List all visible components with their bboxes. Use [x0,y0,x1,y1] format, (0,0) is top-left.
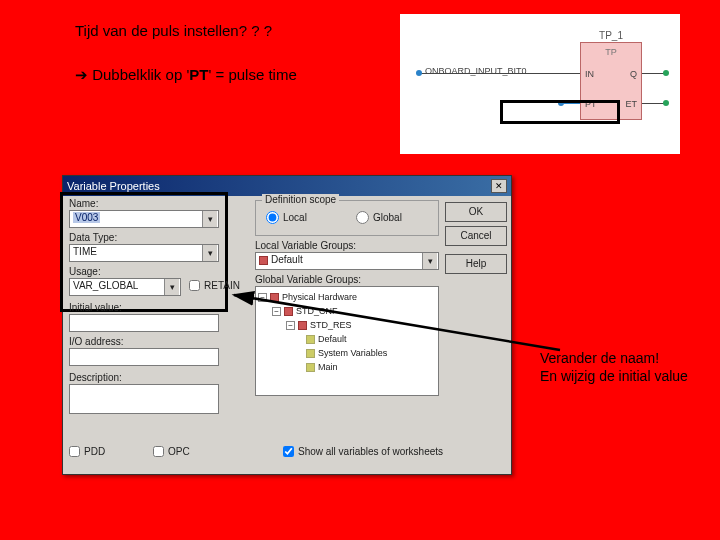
wire-q [642,73,664,74]
data-type-field[interactable]: TIME [69,244,219,262]
block-type: TP [605,47,617,57]
init-value-field[interactable] [69,314,219,332]
tree-node-cnf[interactable]: −STD_CNF [258,304,436,318]
usage-field[interactable]: VAR_GLOBAL [69,278,181,296]
form-area: Name: V003 Data Type: TIME Usage: VAR_GL… [63,196,511,474]
dot-et-right [663,100,669,106]
scope-global-label: Global [373,212,402,223]
show-all-checkbox-input[interactable] [283,446,294,457]
definition-scope-group: Definition scope Local Global [255,200,439,236]
label-local-var-groups: Local Variable Groups: [255,240,356,251]
note-change-initvalue: En wijzig de initial value [540,368,688,384]
local-var-groups-field[interactable]: Default [255,252,439,270]
label-description: Description: [69,372,122,383]
show-all-checkbox[interactable]: Show all variables of worksheets [283,446,443,457]
dialog-title: Variable Properties [67,180,160,192]
pdd-checkbox[interactable]: PDD [69,446,105,457]
dot-q-right [663,70,669,76]
bullet-bold: PT [189,66,208,83]
name-field[interactable]: V003 [69,210,219,228]
input-signal-label: ONBOARD_INPUT_BIT0 [425,66,527,76]
bullet-line: ➔ Dubbelklik op 'PT' = pulse time [75,66,297,84]
port-q: Q [630,69,637,79]
block-instance-name: TP_1 [599,30,623,41]
scope-global-input[interactable] [356,211,369,224]
show-all-label: Show all variables of worksheets [298,446,443,457]
opc-checkbox[interactable]: OPC [153,446,190,457]
bullet-post: ' = pulse time [208,66,296,83]
definition-scope-title: Definition scope [262,194,339,205]
label-global-var-groups: Global Variable Groups: [255,274,361,285]
retain-checkbox[interactable]: RETAIN [189,280,240,291]
dot-in-left [416,70,422,76]
tree-node-res[interactable]: −STD_RES [258,318,436,332]
opc-label: OPC [168,446,190,457]
tree-leaf-main[interactable]: Main [258,360,436,374]
retain-checkbox-input[interactable] [189,280,200,291]
pt-highlight-box [500,100,620,124]
titlebar: Variable Properties ✕ [63,176,511,196]
retain-label: RETAIN [204,280,240,291]
label-data-type: Data Type: [69,232,117,243]
opc-checkbox-input[interactable] [153,446,164,457]
function-block-diagram: TP_1 TP IN PT Q ET ONBOARD_INPUT_BIT0 [400,14,680,154]
cancel-button[interactable]: Cancel [445,226,507,246]
help-button[interactable]: Help [445,254,507,274]
pdd-label: PDD [84,446,105,457]
label-init-value: Initial value: [69,302,122,313]
label-usage: Usage: [69,266,101,277]
close-button[interactable]: ✕ [491,179,507,193]
variable-properties-dialog: Variable Properties ✕ Name: V003 Data Ty… [62,175,512,475]
io-address-field[interactable] [69,348,219,366]
pdd-checkbox-input[interactable] [69,446,80,457]
tree-leaf-default[interactable]: Default [258,332,436,346]
note-change-name: Verander de naam! [540,350,659,366]
wire-et [642,103,664,104]
bullet-pre: Dubbelklik op ' [92,66,189,83]
bullet-arrow-icon: ➔ [75,66,88,83]
wire-in [420,73,580,74]
ok-button[interactable]: OK [445,202,507,222]
scope-local-label: Local [283,212,307,223]
folder-icon [259,256,268,265]
description-field[interactable] [69,384,219,414]
port-in: IN [585,69,594,79]
label-name: Name: [69,198,98,209]
port-et: ET [625,99,637,109]
scope-global-radio[interactable]: Global [356,211,402,224]
scope-local-input[interactable] [266,211,279,224]
label-io-address: I/O address: [69,336,123,347]
global-var-tree[interactable]: −Physical Hardware −STD_CNF −STD_RES Def… [255,286,439,396]
scope-local-radio[interactable]: Local [266,211,307,224]
tree-leaf-sysvars[interactable]: System Variables [258,346,436,360]
tree-root[interactable]: −Physical Hardware [258,290,436,304]
heading-text: Tijd van de puls instellen? ? ? [75,22,272,39]
